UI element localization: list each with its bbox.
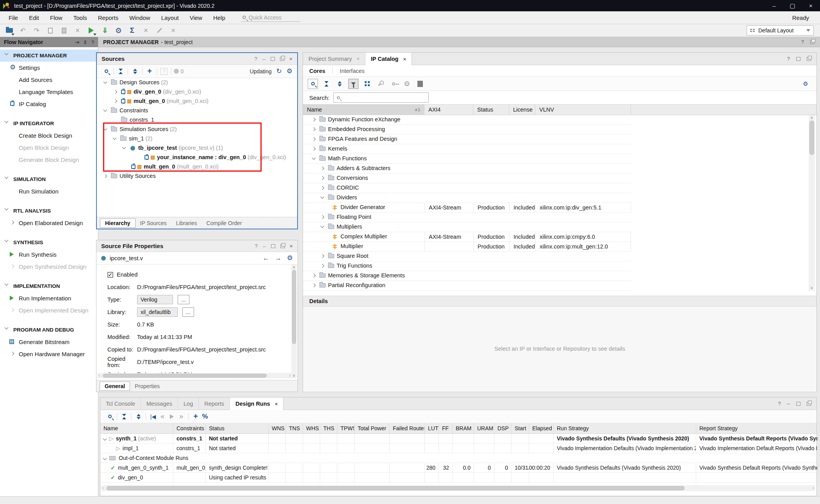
search-icon[interactable]	[102, 66, 111, 76]
horizontal-scrollbar[interactable]: ‹ ›	[101, 485, 815, 491]
chevron-right-icon[interactable]	[312, 284, 316, 287]
flownav-section-program-and-debug[interactable]: PROGRAM AND DEBUG	[0, 324, 98, 336]
menu-window[interactable]: Window	[124, 11, 155, 24]
flownav-section-rtl-analysis[interactable]: RTL ANALYSIS	[0, 205, 98, 217]
chevron-right-icon[interactable]	[321, 186, 324, 190]
catalog-cat-multipliers[interactable]: Multipliers	[303, 222, 631, 232]
col-run-strategy[interactable]: Run Strategy	[553, 423, 696, 433]
close-icon[interactable]: ×	[275, 401, 278, 407]
col-bram[interactable]: BRAM	[452, 423, 474, 433]
menu-layout[interactable]: Layout	[156, 11, 184, 24]
minimize-icon[interactable]: –	[263, 243, 266, 249]
catalog-cat-partial-reconfiguration[interactable]: Partial Reconfiguration	[303, 281, 631, 291]
minimize-button[interactable]: –	[765, 0, 783, 11]
chevron-down-icon[interactable]	[321, 224, 324, 228]
undo-icon[interactable]: ↶	[16, 24, 30, 37]
collapse-all-icon[interactable]	[116, 66, 125, 76]
expand-all-icon[interactable]	[335, 79, 344, 89]
chevron-right-icon[interactable]	[312, 118, 316, 122]
messages-badge[interactable]: 0	[174, 66, 184, 76]
run-row-synth-1[interactable]: ▷ synth_1 (active) constrs_1 Not started…	[100, 434, 816, 444]
chevron-right-icon[interactable]	[312, 274, 316, 278]
tree-item-mult-gen-0[interactable]: mult_gen_0 (mult_gen_0.xci)	[97, 97, 297, 106]
chevron-right-icon[interactable]	[114, 90, 118, 94]
chevron-right-icon[interactable]	[114, 99, 118, 103]
menu-help[interactable]: Help	[208, 11, 231, 24]
copy-icon[interactable]	[43, 24, 57, 37]
gear-icon[interactable]: ⚙	[287, 67, 292, 75]
chevron-down-icon[interactable]	[312, 156, 316, 160]
settings-gear-icon[interactable]: ⚙	[112, 24, 125, 37]
flownav-item-settings[interactable]: ⚙ Settings	[0, 62, 98, 74]
library-ellipsis-button[interactable]: …	[182, 307, 194, 317]
close-button[interactable]: ×	[802, 0, 820, 11]
chevron-right-icon[interactable]	[321, 176, 324, 180]
tree-item-tb-ipcore-test[interactable]: tb_ipcore_test (ipcore_test.v) (1)	[97, 144, 297, 153]
catalog-cat-floating-point[interactable]: Floating Point	[303, 213, 631, 222]
settings-gear-icon[interactable]: ⚙	[801, 79, 810, 89]
chevron-down-icon[interactable]	[321, 195, 324, 199]
enabled-checkbox[interactable]: ✓	[107, 272, 113, 278]
menu-file[interactable]: File	[3, 11, 23, 24]
flownav-item-ip-catalog[interactable]: IP Catalog	[0, 98, 98, 110]
tree-item-constrs-1[interactable]: constrs_1	[97, 115, 297, 125]
col-uram[interactable]: URAM	[474, 423, 494, 433]
tab-general[interactable]: General	[100, 382, 130, 391]
tab-messages[interactable]: Messages	[141, 398, 178, 410]
help-icon[interactable]: ?	[255, 243, 258, 249]
maximize-button[interactable]: ▢	[783, 0, 802, 11]
chevron-right-icon[interactable]	[103, 174, 107, 178]
help-icon[interactable]: ?	[91, 39, 94, 45]
forward-arrow-icon[interactable]: →	[275, 254, 282, 262]
type-input[interactable]: Verilog	[137, 295, 173, 304]
tree-item-simulation-sources[interactable]: Simulation Sources (2)	[97, 125, 297, 134]
layout-selector[interactable]: Default Layout	[747, 25, 814, 35]
flownav-section-simulation[interactable]: SIMULATION	[0, 173, 98, 185]
flownav-section-synthesis[interactable]: SYNTHESIS	[0, 236, 98, 248]
run-row-impl-1[interactable]: ▷ impl_1 constrs_1 Not started Vivado Im…	[100, 444, 816, 453]
tab-hierarchy[interactable]: Hierarchy	[100, 218, 135, 228]
column-license[interactable]: License	[509, 105, 535, 115]
chevron-down-icon[interactable]	[113, 136, 117, 140]
menu-reports[interactable]: Reports	[93, 11, 124, 24]
col-dsp[interactable]: DSP	[494, 423, 511, 433]
chevron-down-icon[interactable]	[122, 146, 126, 149]
chevron-right-icon[interactable]	[312, 137, 316, 141]
open-project-icon[interactable]	[2, 24, 16, 37]
gear-icon[interactable]: ⚙	[287, 254, 293, 262]
step-forward-icon[interactable]: »	[176, 412, 186, 422]
flownav-item-run-synthesis[interactable]: Run Synthesis	[0, 248, 98, 261]
catalog-cat-cordic[interactable]: CORDIC	[303, 183, 631, 193]
tree-item-design-sources[interactable]: Design Sources (2)	[97, 78, 297, 87]
minimize-icon[interactable]: –	[787, 401, 790, 406]
chevron-down-icon[interactable]	[103, 127, 107, 131]
tab-reports[interactable]: Reports	[199, 398, 230, 410]
col-tpws[interactable]: TPWS	[337, 423, 354, 433]
cancel-2-icon[interactable]: ×	[166, 24, 180, 37]
col-name[interactable]: Name	[100, 423, 173, 433]
vertical-scrollbar[interactable]: ∧ ∨	[291, 264, 297, 378]
float-icon[interactable]	[807, 402, 811, 406]
flownav-section-implementation[interactable]: IMPLEMENTATION	[0, 280, 98, 292]
catalog-search-input[interactable]	[333, 92, 429, 103]
group-hierarchy-icon[interactable]	[362, 79, 372, 89]
dock-icon[interactable]: ⇥	[75, 39, 79, 45]
catalog-cat-math-functions[interactable]: Math Functions	[303, 154, 631, 164]
minimize-icon[interactable]: –	[262, 56, 266, 62]
chevron-right-icon[interactable]	[321, 264, 324, 268]
enabled-row[interactable]: ✓ Enabled	[96, 268, 298, 281]
col-status[interactable]: Status	[205, 423, 268, 433]
tree-item-constraints[interactable]: Constraints	[97, 106, 297, 115]
tab-properties[interactable]: Properties	[130, 382, 164, 390]
col-wns[interactable]: WNS	[268, 423, 285, 433]
col-constraints[interactable]: Constraints	[173, 423, 205, 433]
view-interfaces[interactable]: Interfaces	[340, 68, 365, 74]
chevron-down-icon[interactable]	[103, 80, 107, 84]
col-lut[interactable]: LUT	[424, 423, 439, 433]
redo-icon[interactable]: ↷	[30, 24, 43, 37]
menu-view[interactable]: View	[184, 11, 208, 24]
catalog-cat-square-root[interactable]: Square Root	[303, 252, 631, 261]
flownav-item-create-block-design[interactable]: Create Block Design	[0, 130, 98, 142]
run-step-icon[interactable]: ⇓	[98, 24, 112, 37]
maximize-icon[interactable]	[796, 402, 800, 406]
